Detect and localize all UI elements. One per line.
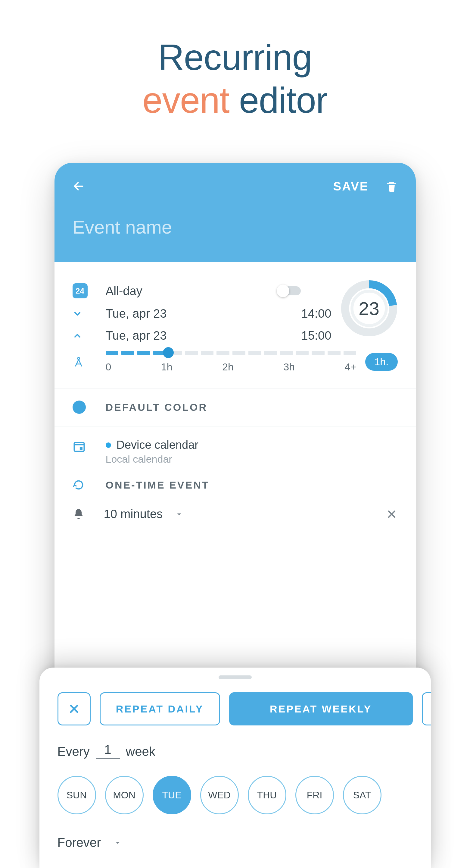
calendar-account: Local calendar [106,453,198,465]
close-icon [386,508,398,520]
dropdown-caret-icon [113,838,123,847]
repeat-icon [73,479,85,491]
reminder-label: 10 minutes [104,507,163,521]
chevron-up-icon [73,331,82,341]
color-label: DEFAULT COLOR [106,401,207,413]
bell-icon [73,508,85,520]
sheet-close-button[interactable] [58,692,91,725]
hero-word-editor: editor [229,80,328,120]
hero-word-recurring: Recurring [158,37,312,78]
compass-icon [73,356,85,368]
slider-tick-labels: 0 1h 2h 3h 4+ [106,361,357,373]
allday-toggle[interactable] [277,286,301,296]
save-button[interactable]: SAVE [333,180,369,193]
color-swatch-icon [73,401,86,414]
start-time-label: 14:00 [277,307,332,320]
day-wed[interactable]: WED [200,776,239,814]
back-button[interactable] [73,180,85,192]
dropdown-caret-icon [175,510,184,519]
every-count-input[interactable] [96,742,120,759]
arrow-left-icon [73,180,85,192]
day-sun[interactable]: SUN [58,776,96,814]
duration-slider[interactable]: 0 1h 2h 3h 4+ [106,351,357,373]
event-name-input[interactable] [73,216,398,238]
calendar-name: Device calendar [116,438,198,452]
repeat-weekly-button[interactable]: REPEAT WEEKLY [229,692,413,725]
app-header: SAVE [55,163,416,262]
calendar-color-dot-icon [106,442,111,448]
duration-pill: 1h. [365,353,397,371]
delete-button[interactable] [386,180,398,192]
reminder-row[interactable]: 10 minutes [55,498,416,529]
end-datetime-row[interactable]: Tue, apr 23 15:00 [73,329,332,342]
calendar-icon [73,440,86,453]
svg-rect-3 [79,447,82,450]
date-badge-icon: 24 [73,283,88,299]
recurrence-label: ONE-TIME EVENT [106,479,209,491]
start-datetime-row[interactable]: Tue, apr 23 14:00 [73,307,332,320]
end-date-label: Tue, apr 23 [106,329,277,342]
time-dial[interactable]: 23 [340,280,398,337]
svg-rect-2 [74,442,84,451]
repeat-next-option-button[interactable] [422,692,431,725]
sheet-drag-handle[interactable] [219,675,252,679]
day-fri[interactable]: FRI [295,776,334,814]
hero-word-event: event [142,80,229,120]
every-prefix: Every [58,744,90,759]
recurrence-end-row[interactable]: Forever [58,835,413,850]
recurrence-row[interactable]: ONE-TIME EVENT [73,479,398,491]
allday-label: All-day [106,284,277,298]
repeat-daily-button[interactable]: REPEAT DAILY [100,692,220,725]
recurrence-sheet: REPEAT DAILY REPEAT WEEKLY Every week SU… [39,668,431,868]
weekday-picker: SUN MON TUE WED THU FRI SAT [58,776,413,814]
day-tue[interactable]: TUE [153,776,191,814]
every-suffix: week [126,744,155,759]
day-mon[interactable]: MON [105,776,144,814]
calendar-row[interactable]: Device calendar Local calendar [73,438,398,465]
day-sat[interactable]: SAT [343,776,381,814]
hero-title: Recurring event editor [0,0,470,121]
color-row[interactable]: DEFAULT COLOR [55,389,416,427]
recurrence-end-label: Forever [58,835,101,850]
clock-day-number: 23 [340,280,398,337]
chevron-down-icon [73,309,82,318]
trash-icon [386,180,398,192]
end-time-label: 15:00 [277,329,332,342]
start-date-label: Tue, apr 23 [106,307,277,320]
day-thu[interactable]: THU [248,776,286,814]
close-icon [67,702,81,715]
reminder-remove-button[interactable] [386,508,398,520]
